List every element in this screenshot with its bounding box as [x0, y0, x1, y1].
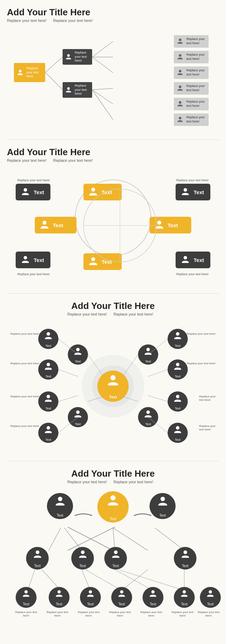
person-icon [32, 549, 43, 560]
person-icon [172, 393, 183, 404]
org-r3-node[interactable]: Replace your text here! [174, 66, 209, 79]
org-r5-node[interactable]: Replace your text here! [174, 98, 209, 110]
tree-bot-label-1: Replace your text here! [43, 611, 71, 617]
radial-node-3-text: Text [46, 438, 51, 442]
grid-node-tc[interactable]: Text [83, 184, 122, 200]
tree-top-2[interactable]: Text [150, 493, 176, 519]
radial-node-r4-text: Text [175, 438, 181, 442]
tree-top-0-text: Text [57, 514, 63, 517]
grid-node-tr[interactable]: Text [176, 184, 210, 200]
person-icon [143, 409, 153, 420]
radial-label-2: Replace your text here! [10, 395, 39, 398]
person-icon [43, 361, 54, 372]
tree-top-2-text: Text [159, 514, 166, 517]
person-icon [143, 347, 153, 357]
tree-bot-3-text: Text [119, 602, 125, 606]
grid-ml-text: Text [53, 222, 63, 228]
grid-br-text: Text [194, 257, 204, 263]
tree-bot-2[interactable]: Text [80, 587, 101, 608]
grid-layout: Replace your text here! Replace your tex… [7, 168, 219, 283]
radial-node-2[interactable]: Text [38, 391, 58, 412]
radial-node-1-text: Text [46, 375, 51, 378]
person-icon [86, 589, 95, 599]
org-r1-text: Replace your text here! [185, 37, 207, 46]
tree-mid-1[interactable]: Text [71, 547, 94, 570]
grid-label-tl: Replace your text here! [17, 178, 50, 182]
section3: Add Your Title Here Replace your text he… [0, 294, 226, 461]
tree-bot-1[interactable]: Text [49, 587, 70, 608]
radial-node-8-text: Text [175, 344, 181, 348]
tree-bot-0[interactable]: Text [16, 587, 37, 608]
tree-top-0[interactable]: Text [47, 493, 73, 519]
svg-line-7 [92, 90, 113, 104]
org-r4-text: Replace your text here! [185, 84, 207, 93]
org-root-node[interactable]: Replace your text here! [14, 63, 45, 82]
radial-node-r3[interactable]: Text [168, 391, 188, 412]
person-icon [64, 85, 73, 95]
tree-bot-4[interactable]: Text [143, 587, 163, 608]
radial-node-9[interactable]: Text [168, 359, 188, 380]
tree-bot-label-6: Replace your text here! [195, 611, 223, 617]
tree-bot-1-text: Text [56, 602, 62, 606]
radial-node-1[interactable]: Text [38, 359, 58, 380]
tree-bot-5[interactable]: Text [174, 587, 195, 608]
grid-node-bl[interactable]: Text [16, 252, 50, 268]
org-mid1-text: Replace your text here! [73, 50, 91, 64]
svg-line-5 [92, 57, 113, 73]
tree-mid-2[interactable]: Text [104, 547, 127, 570]
org-root-text: Replace your text here! [25, 66, 44, 79]
radial-node-8[interactable]: Text [168, 329, 188, 349]
tree-bot-3[interactable]: Text [111, 587, 132, 608]
radial-node-r4[interactable]: Text [168, 423, 188, 443]
radial-node-7[interactable]: Text [138, 407, 158, 427]
radial-node-0[interactable]: Text [38, 329, 58, 349]
person-icon [175, 99, 185, 109]
grid-node-bc[interactable]: Text [83, 253, 122, 270]
tree-mid-0-text: Text [34, 564, 40, 568]
radial-node-6[interactable]: Text [68, 407, 88, 427]
grid-node-tl[interactable]: Text [16, 184, 50, 200]
grid-node-ml[interactable]: Text [35, 217, 76, 233]
person-icon [175, 37, 185, 46]
section1: Add Your Title Here Replace your text he… [0, 0, 226, 140]
grid-node-br[interactable]: Text [176, 252, 210, 268]
tree-bot-6[interactable]: Text [200, 587, 221, 608]
person-icon [19, 186, 32, 198]
person-icon [19, 254, 32, 266]
tree-mid-0[interactable]: Text [26, 547, 49, 570]
org-r1-node[interactable]: Replace your text here! [174, 35, 209, 48]
tree-top-1[interactable]: Text [97, 491, 129, 523]
grid-node-mr[interactable]: Text [150, 217, 191, 233]
person-icon [156, 495, 169, 508]
radial-node-4[interactable]: Text [68, 344, 88, 365]
radial-node-0-text: Text [46, 344, 51, 348]
person-icon [73, 409, 83, 420]
person-icon [205, 589, 215, 599]
org-r2-node[interactable]: Replace your text here! [174, 51, 209, 63]
grid-tl-text: Text [34, 189, 44, 195]
section4-subtitle: Replace your text here! Replace your tex… [7, 480, 219, 484]
section2: Add Your Title Here Replace your text he… [0, 140, 226, 293]
person-icon [172, 361, 183, 372]
org-r4-node[interactable]: Replace your text here! [174, 82, 209, 95]
radial-node-9-text: Text [175, 375, 181, 378]
org-r6-node[interactable]: Replace your text here! [174, 113, 209, 126]
person-icon [38, 219, 51, 231]
person-icon [105, 493, 121, 509]
grid-bl-text: Text [34, 257, 44, 263]
org-chart: Replace your text here! Replace your tex… [7, 28, 219, 129]
org-r6-text: Replace your text here! [185, 115, 207, 124]
tree-bot-5-text: Text [181, 602, 187, 606]
radial-node-3[interactable]: Text [38, 423, 58, 443]
person-icon [77, 549, 88, 560]
org-mid2-text: Replace your text here! [73, 83, 91, 97]
org-mid2-node[interactable]: Replace your text here! [63, 82, 92, 98]
person-icon [153, 219, 166, 231]
radial-center-node[interactable]: Text [97, 371, 129, 402]
section3-subtitle: Replace your text here! Replace your tex… [7, 312, 219, 316]
radial-node-5[interactable]: Text [138, 344, 158, 365]
svg-line-19 [88, 397, 103, 401]
person-icon [64, 52, 73, 62]
org-mid1-node[interactable]: Replace your text here! [63, 49, 92, 65]
tree-mid-3[interactable]: Text [174, 547, 196, 570]
